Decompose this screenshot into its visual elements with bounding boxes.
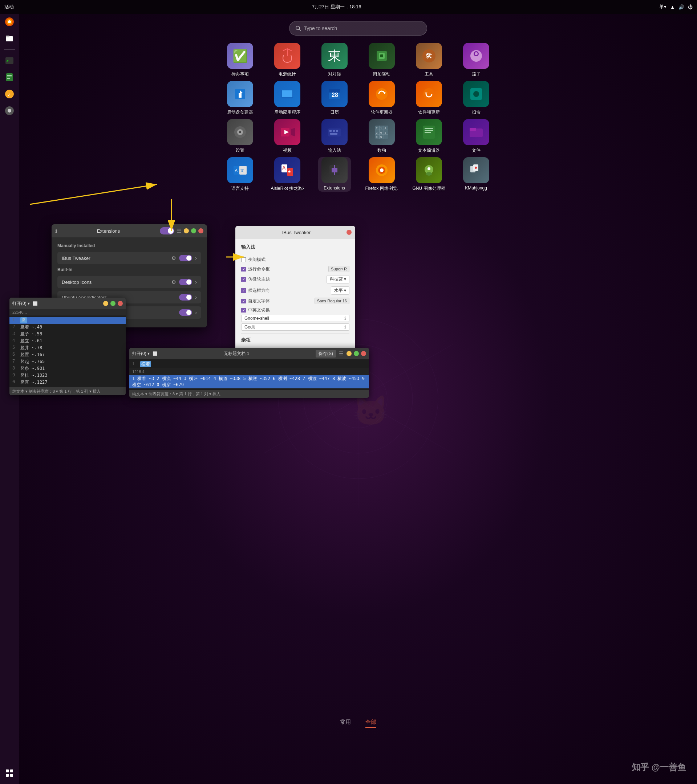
theme-dropdown[interactable]: 科技蓝 ▾ bbox=[327, 275, 349, 283]
activities-label[interactable]: 活动 bbox=[4, 3, 14, 10]
svg-text:1: 1 bbox=[380, 127, 382, 130]
app-startup[interactable]: 启动应用程序 bbox=[271, 81, 304, 115]
app-sudoku[interactable]: 71426395 数独 bbox=[365, 119, 398, 153]
editor1-close[interactable] bbox=[118, 301, 123, 306]
app-aisleriot[interactable]: A♠ AisleRiot 接龙游戏 bbox=[271, 157, 304, 192]
menu-icon2[interactable]: ☰ bbox=[339, 351, 344, 356]
desktop-gear[interactable]: ⚙ bbox=[172, 279, 176, 285]
app-input[interactable]: 输入法 bbox=[318, 119, 351, 153]
gnome-shell-field[interactable]: Gnome-shell ℹ bbox=[241, 315, 349, 322]
editor1-max[interactable] bbox=[111, 301, 116, 306]
app-drivers[interactable]: 附加驱动 bbox=[365, 43, 398, 77]
editor2-restore[interactable]: ⬜ bbox=[152, 351, 158, 356]
ibus-divider bbox=[241, 334, 349, 334]
desktop-toggle[interactable] bbox=[179, 279, 192, 285]
svg-text:文: 文 bbox=[240, 168, 244, 172]
app-extensions[interactable]: Extensions bbox=[318, 157, 351, 192]
tab-common[interactable]: 常用 bbox=[340, 719, 351, 728]
gedit-info-icon: ℹ bbox=[344, 324, 346, 329]
editor2-max[interactable] bbox=[354, 351, 359, 356]
app-mahjong[interactable]: 東 对对碰 bbox=[318, 43, 351, 77]
theme-checkbox[interactable]: ✓ bbox=[241, 277, 246, 282]
appind-toggle[interactable] bbox=[179, 294, 192, 301]
dock-files[interactable] bbox=[2, 31, 17, 46]
editor1-content[interactable]: 1竖 2竖着 ~.43 3竖子 ~.58 4竖立 ~.61 5竖井 ~.78 6… bbox=[10, 315, 126, 387]
tab-bar: 常用 全部 bbox=[340, 719, 376, 728]
editor-window-2: 打开(0) ▾ ⬜ 无标题文档 1 保存(S) ☰ 1横着 1218.4 1 横… bbox=[129, 348, 369, 398]
svg-rect-34 bbox=[380, 54, 383, 58]
direction-checkbox[interactable]: ✓ bbox=[241, 288, 246, 293]
win-maximize[interactable] bbox=[191, 228, 196, 233]
tab-all[interactable]: 全部 bbox=[365, 719, 376, 728]
font-label: 自定义字体 bbox=[248, 298, 270, 304]
font-checkbox[interactable]: ✓ bbox=[241, 299, 246, 303]
svg-point-51 bbox=[423, 88, 435, 100]
app-lang[interactable]: A文 语言支持 bbox=[224, 157, 256, 192]
ibus-row-direction: ✓ 候选框方向 水平 ▾ bbox=[241, 285, 349, 296]
editor2-close[interactable] bbox=[361, 351, 366, 356]
dock-sound[interactable]: ♪ bbox=[2, 87, 17, 101]
dock-textedit[interactable] bbox=[2, 70, 17, 84]
dock-arrow[interactable]: › bbox=[195, 310, 197, 315]
app-power[interactable]: 电源统计 bbox=[271, 43, 304, 77]
app-video[interactable]: 视频 bbox=[271, 119, 304, 153]
app-gimp[interactable]: GNU 图像处理程序 bbox=[413, 157, 445, 192]
app-cheese[interactable]: 茄子 bbox=[460, 43, 492, 77]
ibus-toggle[interactable] bbox=[179, 255, 192, 261]
editor2-min[interactable] bbox=[347, 351, 352, 356]
ibus-win-controls bbox=[347, 230, 352, 235]
direction-dropdown[interactable]: 水平 ▾ bbox=[331, 287, 349, 295]
ibus-row-switch: ✓ 中英文切换 bbox=[241, 306, 349, 315]
extensions-master-toggle[interactable] bbox=[160, 227, 174, 234]
app-row-4: A文 语言支持 A♠ AisleRiot 接龙游戏 Extensions bbox=[224, 157, 492, 192]
appind-arrow[interactable]: › bbox=[195, 294, 197, 300]
ibus-win-close[interactable] bbox=[347, 230, 352, 235]
dock-terminal[interactable]: >_ bbox=[2, 53, 17, 68]
dock-settings[interactable] bbox=[2, 104, 17, 118]
win-close[interactable] bbox=[198, 228, 203, 233]
app-texteditor[interactable]: 文本编辑器 bbox=[413, 119, 445, 153]
app-calendar[interactable]: 28 日历 bbox=[318, 81, 351, 115]
svg-rect-81 bbox=[424, 130, 433, 131]
switch-checkbox[interactable]: ✓ bbox=[241, 308, 246, 313]
editor2-open-btn[interactable]: 打开(0) ▾ bbox=[132, 351, 150, 357]
svg-text:♪: ♪ bbox=[8, 91, 10, 97]
editor2-save-btn[interactable]: 保存(S) bbox=[315, 350, 336, 357]
editor2-lineref: 1218.4 bbox=[129, 368, 369, 375]
nightmode-checkbox[interactable] bbox=[241, 257, 246, 262]
menu-icon[interactable]: ☰ bbox=[177, 227, 182, 234]
ibus-arrow[interactable]: › bbox=[195, 255, 197, 261]
win-minimize[interactable] bbox=[184, 228, 189, 233]
svg-point-98 bbox=[428, 167, 430, 170]
theme-label: 仿微软主题 bbox=[248, 276, 270, 282]
dock-firefox[interactable] bbox=[2, 15, 17, 29]
dock-toggle[interactable] bbox=[179, 309, 192, 316]
svg-text:6: 6 bbox=[380, 131, 382, 134]
app-firefox[interactable]: Firefox 网络浏览... bbox=[365, 157, 398, 192]
topbar-datetime: 7月27日 星期一，18:16 bbox=[312, 3, 362, 10]
gedit-field[interactable]: Gedit ℹ bbox=[241, 323, 349, 331]
app-tools[interactable]: 🛠 工具 bbox=[413, 43, 445, 77]
editor-line-9: 9竖排 ~.1023 bbox=[10, 372, 126, 379]
search-bar[interactable]: Type to search bbox=[289, 21, 427, 36]
dock-grid[interactable] bbox=[2, 766, 17, 781]
desktop-arrow[interactable]: › bbox=[195, 279, 197, 285]
svg-text:A: A bbox=[282, 165, 286, 171]
app-settings[interactable]: 设置 bbox=[224, 119, 256, 153]
editor1-restore[interactable]: ⬜ bbox=[33, 301, 38, 306]
editor1-min[interactable] bbox=[103, 301, 108, 306]
editor1-open-btn[interactable]: 打开(0) ▾ bbox=[12, 301, 30, 307]
app-mine[interactable]: 扫雷 bbox=[460, 81, 492, 115]
app-update[interactable]: 软件和更新 bbox=[413, 81, 445, 115]
info-icon[interactable]: ℹ bbox=[55, 228, 57, 234]
svg-text:7: 7 bbox=[376, 127, 378, 130]
app-kmahjongg[interactable]: KMahjongg bbox=[460, 157, 492, 192]
app-files[interactable]: 文件 bbox=[460, 119, 492, 153]
editor2-content[interactable]: 1横着 1218.4 1 横着 ~3 2 横流 ~44 3 横评 ~014 4 … bbox=[129, 359, 369, 390]
ibus-gear[interactable]: ⚙ bbox=[172, 255, 176, 261]
cmdbox-checkbox[interactable]: ✓ bbox=[241, 267, 246, 272]
topbar-single[interactable]: 单▾ bbox=[659, 3, 667, 10]
app-todo[interactable]: ✅ 待办事项 bbox=[224, 43, 256, 77]
app-software[interactable]: 软件更新器 bbox=[365, 81, 398, 115]
app-usb[interactable]: 启动盘创建器 bbox=[224, 81, 256, 115]
